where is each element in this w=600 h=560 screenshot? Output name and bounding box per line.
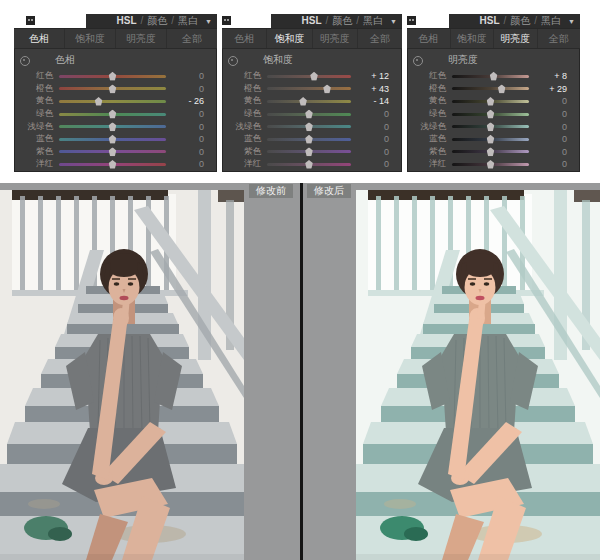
- tab-全部[interactable]: 全部: [166, 29, 217, 48]
- slider-value[interactable]: 0: [172, 134, 204, 144]
- collapse-caret-icon[interactable]: ▼: [205, 18, 212, 25]
- tab-饱和度[interactable]: 饱和度: [450, 29, 494, 48]
- after-photo[interactable]: [356, 190, 600, 560]
- slider-track[interactable]: [267, 75, 351, 78]
- slider-knob[interactable]: [299, 97, 308, 106]
- collapse-caret-icon[interactable]: ▼: [568, 18, 575, 25]
- tab-明亮度[interactable]: 明亮度: [493, 29, 537, 48]
- tab-全部[interactable]: 全部: [357, 29, 402, 48]
- slider-knob[interactable]: [486, 147, 495, 156]
- slider-value[interactable]: 0: [535, 122, 567, 132]
- slider-track[interactable]: [59, 138, 166, 141]
- slider-value[interactable]: + 8: [535, 71, 567, 81]
- slider-knob[interactable]: [108, 110, 117, 119]
- slider-value[interactable]: 0: [172, 159, 204, 169]
- slider-row: 紫色0: [15, 146, 216, 159]
- slider-track[interactable]: [59, 113, 166, 116]
- slider-knob[interactable]: [108, 72, 117, 81]
- slider-value[interactable]: - 26: [172, 96, 204, 106]
- slider-track[interactable]: [59, 163, 166, 166]
- slider-track[interactable]: [452, 75, 529, 78]
- slider-track[interactable]: [59, 100, 166, 103]
- slider-knob[interactable]: [486, 110, 495, 119]
- slider-value[interactable]: 0: [172, 71, 204, 81]
- slider-value[interactable]: + 12: [357, 71, 389, 81]
- panel-header[interactable]: HSL/颜色/黑白▼: [271, 14, 402, 28]
- slider-knob[interactable]: [94, 97, 103, 106]
- slider-value[interactable]: + 43: [357, 84, 389, 94]
- slider-track[interactable]: [452, 113, 529, 116]
- slider-value[interactable]: 0: [357, 159, 389, 169]
- targeted-adjustment-icon[interactable]: [413, 56, 423, 66]
- slider-knob[interactable]: [305, 122, 314, 131]
- slider-knob[interactable]: [305, 110, 314, 119]
- slider-track[interactable]: [267, 113, 351, 116]
- slider-track[interactable]: [452, 163, 529, 166]
- slider-track[interactable]: [267, 125, 351, 128]
- slider-track[interactable]: [267, 150, 351, 153]
- before-photo[interactable]: [0, 190, 244, 560]
- slider-value[interactable]: 0: [535, 147, 567, 157]
- slider-value[interactable]: - 14: [357, 96, 389, 106]
- slider-track[interactable]: [59, 150, 166, 153]
- slider-value[interactable]: 0: [172, 122, 204, 132]
- slider-knob[interactable]: [305, 147, 314, 156]
- tab-色相[interactable]: 色相: [14, 29, 64, 48]
- tab-全部[interactable]: 全部: [537, 29, 581, 48]
- slider-row: 橙色+ 29: [408, 83, 579, 96]
- collapse-caret-icon[interactable]: ▼: [390, 18, 397, 25]
- slider-value[interactable]: 0: [535, 96, 567, 106]
- slider-knob[interactable]: [486, 160, 495, 169]
- slider-value[interactable]: 0: [172, 147, 204, 157]
- slider-value[interactable]: 0: [172, 109, 204, 119]
- slider-knob[interactable]: [305, 160, 314, 169]
- slider-value[interactable]: 0: [535, 134, 567, 144]
- slider-knob[interactable]: [486, 135, 495, 144]
- tab-色相[interactable]: 色相: [222, 29, 266, 48]
- slider-track[interactable]: [452, 125, 529, 128]
- slider-value[interactable]: 0: [535, 159, 567, 169]
- panel-header[interactable]: HSL/颜色/黑白▼: [449, 14, 580, 28]
- slider-knob[interactable]: [108, 135, 117, 144]
- slider-track[interactable]: [267, 163, 351, 166]
- tab-饱和度[interactable]: 饱和度: [64, 29, 115, 48]
- slider-track[interactable]: [452, 138, 529, 141]
- slider-knob[interactable]: [497, 84, 506, 93]
- slider-track[interactable]: [267, 87, 351, 90]
- targeted-adjustment-icon[interactable]: [20, 56, 30, 66]
- slider-knob[interactable]: [108, 160, 117, 169]
- slider-row: 橙色0: [15, 83, 216, 96]
- slider-knob[interactable]: [108, 84, 117, 93]
- slider-knob[interactable]: [108, 122, 117, 131]
- slider-label: 绿色: [225, 108, 261, 120]
- tab-饱和度[interactable]: 饱和度: [266, 29, 311, 48]
- slider-track[interactable]: [452, 150, 529, 153]
- slider-knob[interactable]: [108, 147, 117, 156]
- slider-knob[interactable]: [486, 97, 495, 106]
- slider-knob[interactable]: [305, 135, 314, 144]
- slider-track[interactable]: [59, 125, 166, 128]
- slider-value[interactable]: 0: [172, 84, 204, 94]
- targeted-adjustment-icon[interactable]: [228, 56, 238, 66]
- slider-track[interactable]: [59, 75, 166, 78]
- slider-value[interactable]: + 29: [535, 84, 567, 94]
- panel-title-part: 颜色: [510, 14, 530, 28]
- slider-knob[interactable]: [310, 72, 319, 81]
- slider-value[interactable]: 0: [535, 109, 567, 119]
- slider-track[interactable]: [452, 100, 529, 103]
- panel-header[interactable]: HSL/颜色/黑白▼: [86, 14, 217, 28]
- slider-knob[interactable]: [486, 122, 495, 131]
- slider-value[interactable]: 0: [357, 134, 389, 144]
- tab-明亮度[interactable]: 明亮度: [312, 29, 357, 48]
- slider-value[interactable]: 0: [357, 147, 389, 157]
- slider-value[interactable]: 0: [357, 122, 389, 132]
- slider-track[interactable]: [267, 100, 351, 103]
- slider-track[interactable]: [452, 87, 529, 90]
- tab-色相[interactable]: 色相: [407, 29, 450, 48]
- slider-value[interactable]: 0: [357, 109, 389, 119]
- slider-track[interactable]: [267, 138, 351, 141]
- slider-knob[interactable]: [323, 84, 332, 93]
- slider-knob[interactable]: [489, 72, 498, 81]
- tab-明亮度[interactable]: 明亮度: [115, 29, 166, 48]
- slider-track[interactable]: [59, 87, 166, 90]
